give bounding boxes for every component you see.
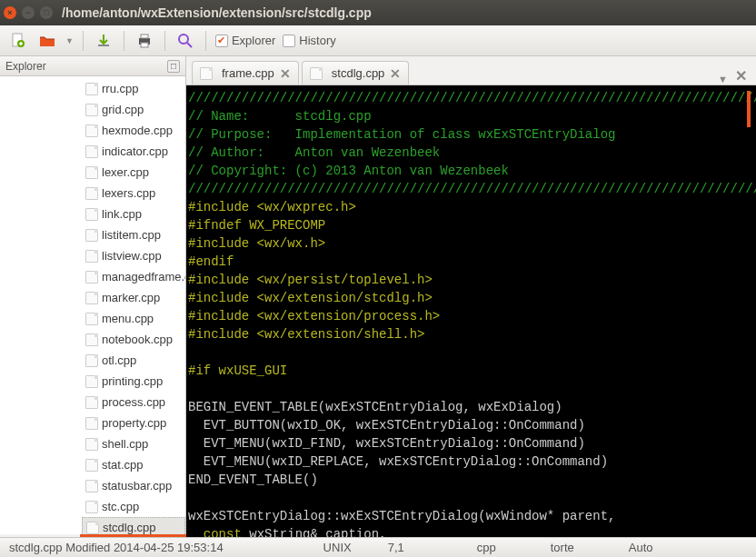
tab-menu-icon[interactable]: ▼ (714, 74, 731, 85)
file-icon (85, 250, 98, 263)
close-window-icon[interactable]: × (4, 6, 16, 19)
file-icon (85, 145, 98, 158)
file-name: managedframe.cpp (102, 270, 185, 283)
file-item[interactable]: notebook.cpp (82, 329, 185, 350)
file-item[interactable]: property.cpp (82, 413, 185, 433)
file-icon (85, 438, 98, 451)
minimize-window-icon[interactable]: − (22, 6, 35, 19)
file-item[interactable]: statusbar.cpp (82, 475, 185, 496)
file-name: marker.cpp (102, 291, 160, 304)
maximize-window-icon[interactable]: □ (40, 6, 53, 19)
sidebar-close-icon[interactable]: □ (167, 60, 180, 73)
file-name: listview.cpp (102, 249, 162, 263)
file-icon (85, 354, 98, 367)
file-item[interactable]: printing.cpp (82, 371, 185, 392)
file-item[interactable]: process.cpp (82, 392, 185, 413)
file-name: hexmode.cpp (102, 124, 173, 137)
code-editor[interactable]: ////////////////////////////////////////… (186, 85, 756, 537)
new-file-button[interactable] (7, 30, 29, 52)
file-item[interactable]: grid.cpp (82, 99, 185, 120)
file-name: menu.cpp (102, 312, 154, 325)
status-language: cpp (477, 541, 496, 554)
file-name: rru.cpp (102, 82, 138, 95)
file-icon (310, 67, 323, 80)
separator (164, 31, 165, 51)
file-icon (85, 271, 98, 283)
file-icon (85, 333, 98, 346)
dropdown-icon[interactable]: ▼ (65, 36, 74, 45)
file-icon (85, 187, 98, 200)
svg-rect-4 (141, 43, 148, 47)
file-icon (85, 396, 98, 409)
file-item[interactable]: lexers.cpp (82, 183, 185, 204)
statusbar: stcdlg.cpp Modified 2014-04-25 19:53:14 … (0, 537, 756, 557)
sidebar-title: Explorer (5, 60, 46, 73)
save-button[interactable] (93, 30, 114, 52)
close-tab-icon[interactable]: ✕ (280, 66, 291, 81)
file-item[interactable]: indicator.cpp (82, 141, 185, 162)
file-list[interactable]: rru.cppgrid.cpphexmode.cppindicator.cppl… (0, 76, 185, 534)
explorer-checkbox[interactable]: ✔ Explorer (215, 34, 275, 47)
file-name: process.cpp (102, 395, 165, 409)
status-encoding: UNIX (323, 541, 352, 554)
file-name: indicator.cpp (102, 144, 168, 158)
window-title: /home/anton/wxExtension/extension/src/st… (62, 5, 372, 20)
status-mode: Auto (629, 541, 653, 554)
checkbox-checked-icon: ✔ (215, 35, 228, 47)
file-item[interactable]: listview.cpp (82, 245, 185, 266)
file-icon (85, 166, 98, 179)
file-name: link.cpp (102, 207, 142, 221)
file-item[interactable]: listitem.cpp (82, 224, 185, 245)
file-name: shell.cpp (102, 437, 148, 451)
file-item[interactable]: marker.cpp (82, 287, 185, 308)
file-icon (85, 229, 98, 242)
svg-point-5 (179, 35, 188, 44)
main-panel: frame.cpp ✕ stcdlg.cpp ✕ ▼ ✕ ///////////… (186, 56, 756, 537)
status-position: 7,1 (388, 541, 404, 554)
titlebar: × − □ /home/anton/wxExtension/extension/… (0, 0, 756, 25)
file-name: stc.cpp (102, 500, 139, 513)
file-item[interactable]: stcdlg.cpp (82, 517, 185, 534)
file-item[interactable]: hexmode.cpp (82, 120, 185, 141)
window-controls: × − □ (4, 6, 53, 19)
file-item[interactable]: rru.cpp (82, 78, 185, 99)
file-name: stat.cpp (102, 458, 144, 472)
file-name: listitem.cpp (102, 228, 161, 242)
sidebar: Explorer □ rru.cppgrid.cpphexmode.cppind… (0, 56, 186, 537)
separator (205, 31, 206, 51)
search-button[interactable] (174, 30, 196, 52)
panel-close-icon[interactable]: ✕ (731, 67, 751, 85)
status-file: stcdlg.cpp Modified 2014-04-25 19:53:14 (9, 541, 224, 554)
file-item[interactable]: otl.cpp (82, 350, 185, 371)
sidebar-header: Explorer □ (0, 56, 185, 76)
file-item[interactable]: lexer.cpp (82, 162, 185, 183)
scroll-marker (747, 91, 751, 127)
close-tab-icon[interactable]: ✕ (390, 66, 401, 81)
file-icon (85, 83, 98, 95)
file-name: stcdlg.cpp (103, 521, 156, 534)
file-item[interactable]: managedframe.cpp (82, 266, 185, 287)
file-name: printing.cpp (102, 374, 163, 388)
file-icon (85, 417, 98, 430)
file-icon (85, 104, 98, 116)
file-item[interactable]: menu.cpp (82, 308, 185, 329)
file-item[interactable]: stc.cpp (82, 496, 185, 517)
file-name: lexers.cpp (102, 186, 155, 200)
file-name: notebook.cpp (102, 333, 173, 346)
file-icon (85, 313, 98, 325)
file-name: otl.cpp (102, 353, 136, 367)
tab-frame[interactable]: frame.cpp ✕ (192, 61, 299, 85)
file-icon (85, 124, 98, 137)
file-icon (85, 208, 98, 221)
history-checkbox[interactable]: History (283, 34, 335, 47)
print-button[interactable] (134, 30, 155, 52)
separator (124, 31, 124, 51)
status-scheme: torte (551, 541, 574, 554)
file-item[interactable]: shell.cpp (82, 433, 185, 454)
open-file-button[interactable] (36, 30, 58, 52)
tab-stcdlg[interactable]: stcdlg.cpp ✕ (302, 61, 410, 85)
file-item[interactable]: stat.cpp (82, 454, 185, 475)
toolbar: ▼ ✔ Explorer History (0, 25, 756, 56)
separator (83, 31, 84, 51)
file-item[interactable]: link.cpp (82, 204, 185, 224)
